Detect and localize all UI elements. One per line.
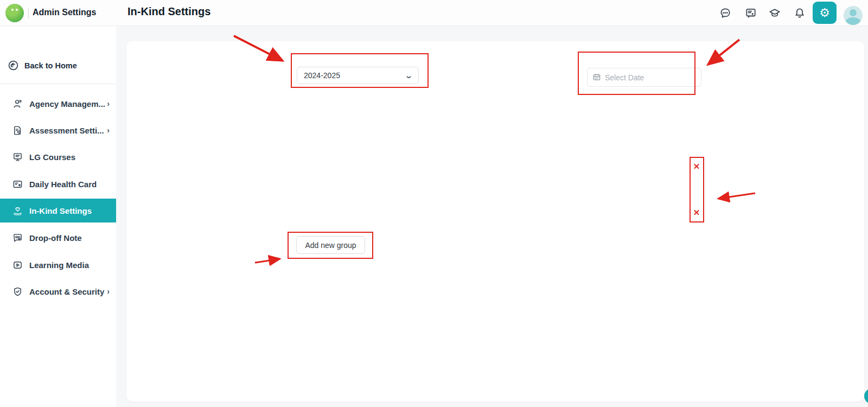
add-new-group-button[interactable]: Add new group	[296, 236, 365, 254]
app-logo-icon[interactable]	[5, 4, 24, 22]
chevron-right-icon: ›	[107, 126, 110, 135]
messages-icon[interactable]	[719, 7, 732, 20]
brand-label: Admin Settings	[33, 8, 96, 17]
media-play-icon	[12, 259, 23, 270]
sidebar-item-label: Daily Health Card	[29, 180, 97, 189]
sidebar-divider	[0, 84, 116, 84]
calendar-icon	[592, 73, 601, 81]
sidebar-item-label: Drop-off Note	[29, 233, 82, 243]
notifications-bell-icon[interactable]	[793, 7, 806, 20]
hand-heart-icon	[12, 205, 23, 216]
shield-check-icon	[12, 286, 23, 297]
sidebar-item-label: In-Kind Settings	[29, 206, 92, 215]
agency-people-icon	[12, 98, 23, 109]
sidebar-item-label: LG Courses	[29, 152, 75, 162]
chevron-right-icon: ›	[107, 99, 110, 108]
sidebar-item-label: Assessment Setti...	[29, 126, 104, 135]
back-arrow-circle-icon	[8, 60, 19, 71]
content-card	[126, 41, 864, 402]
sidebar: Back to Home Agency Managem... › Assessm…	[0, 26, 116, 407]
academic-year-select[interactable]: 2024-2025 ⌄	[297, 67, 419, 84]
sidebar-item-daily-health-card[interactable]: Daily Health Card	[0, 172, 116, 196]
gear-icon: ⚙	[819, 6, 830, 20]
academic-year-value: 2024-2025	[304, 71, 340, 80]
graduation-cap-icon[interactable]	[768, 7, 781, 20]
feedback-board-icon[interactable]	[744, 7, 757, 20]
delete-group-1-button[interactable]: ✕	[691, 161, 702, 172]
user-avatar[interactable]	[844, 6, 863, 25]
chevron-down-icon: ⌄	[405, 72, 413, 80]
topbar: Admin Settings In-Kind Settings ⚙	[0, 0, 868, 26]
settings-gear-button[interactable]: ⚙	[813, 2, 837, 24]
back-to-home-link[interactable]: Back to Home	[8, 60, 77, 71]
sidebar-item-drop-off-note[interactable]: Drop-off Note	[0, 226, 116, 250]
sidebar-item-lg-courses[interactable]: LG Courses	[0, 145, 116, 169]
chat-widget-button[interactable]	[864, 389, 868, 404]
brand-divider	[28, 8, 29, 18]
chevron-right-icon: ›	[107, 287, 110, 296]
sidebar-item-agency-management[interactable]: Agency Managem... ›	[0, 92, 116, 116]
sidebar-item-label: Learning Media	[29, 260, 89, 270]
sidebar-item-label: Account & Security	[29, 287, 104, 296]
course-board-icon	[12, 151, 23, 162]
health-card-icon	[12, 179, 23, 189]
note-icon	[12, 232, 23, 243]
start-date-input[interactable]	[587, 68, 701, 87]
sidebar-item-learning-media[interactable]: Learning Media	[0, 253, 116, 277]
page-title: In-Kind Settings	[127, 5, 210, 18]
sidebar-item-in-kind-settings[interactable]: In-Kind Settings	[0, 199, 116, 222]
sidebar-item-label: Agency Managem...	[29, 99, 105, 109]
sidebar-item-account-security[interactable]: Account & Security ›	[0, 279, 116, 303]
sidebar-item-assessment-settings[interactable]: Assessment Setti... ›	[0, 118, 116, 142]
document-gear-icon	[12, 125, 23, 136]
delete-group-2-button[interactable]: ✕	[691, 207, 702, 218]
back-to-home-label: Back to Home	[24, 61, 77, 70]
